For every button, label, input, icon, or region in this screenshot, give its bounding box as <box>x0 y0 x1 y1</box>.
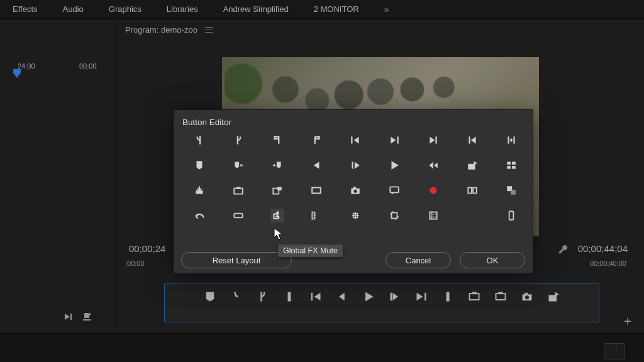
mark-in-icon[interactable] <box>192 133 206 147</box>
playhead-out-icon[interactable] <box>441 290 454 303</box>
svg-rect-15 <box>397 136 399 143</box>
filmstrip-icon[interactable] <box>426 209 440 222</box>
prev-edit-icon[interactable] <box>348 133 362 147</box>
step-fwd-icon[interactable] <box>389 290 401 303</box>
next-edit-icon[interactable] <box>387 133 401 147</box>
svg-rect-46 <box>509 211 514 220</box>
step-fwd-icon[interactable] <box>348 158 362 172</box>
jump-marker-icon[interactable] <box>231 158 245 172</box>
phone-icon[interactable] <box>504 209 518 222</box>
insert-icon[interactable] <box>426 133 440 147</box>
svg-rect-25 <box>507 166 511 169</box>
svg-rect-44 <box>392 213 397 219</box>
tab-custom-1[interactable]: Andrew Simplified <box>211 0 301 19</box>
step-back-icon[interactable] <box>309 158 323 172</box>
svg-point-11 <box>525 295 529 299</box>
svg-rect-35 <box>353 187 357 189</box>
record-icon[interactable] <box>426 184 440 197</box>
timecode-total: 00;00;44;04 <box>578 243 628 254</box>
export-frame-icon[interactable] <box>465 158 479 172</box>
svg-point-37 <box>430 187 436 194</box>
svg-rect-2 <box>311 293 313 301</box>
svg-rect-36 <box>390 187 399 192</box>
mark-out-icon[interactable] <box>231 133 245 147</box>
timecode-current[interactable]: 00;00;24 <box>129 243 165 254</box>
tab-overflow-icon[interactable]: » <box>372 0 397 19</box>
step-back-icon[interactable] <box>336 290 348 303</box>
crop-icon[interactable] <box>387 209 401 222</box>
svg-rect-8 <box>496 293 506 300</box>
svg-rect-41 <box>511 190 516 195</box>
comment-icon[interactable] <box>387 184 401 197</box>
tab-custom-2[interactable]: 2 MONITOR <box>301 0 372 19</box>
svg-rect-31 <box>277 187 282 190</box>
safe-margins-a-icon[interactable] <box>468 290 480 303</box>
play-icon[interactable] <box>362 290 375 303</box>
camera-icon[interactable] <box>348 184 362 197</box>
safe-margins-icon[interactable] <box>231 184 245 197</box>
extract-icon[interactable] <box>504 133 518 147</box>
tab-graphics[interactable]: Graphics <box>96 0 154 19</box>
panel-menu-icon[interactable] <box>205 27 213 33</box>
shuttle-icon[interactable] <box>426 158 440 172</box>
svg-rect-7 <box>472 292 477 295</box>
svg-rect-4 <box>425 293 426 301</box>
playhead-icon[interactable] <box>283 290 296 303</box>
grid-icon[interactable] <box>348 209 362 222</box>
export-frame-icon[interactable] <box>547 290 560 303</box>
multicam-icon[interactable] <box>504 158 518 172</box>
ruler-icon[interactable] <box>309 209 323 222</box>
tab-libraries[interactable]: Libraries <box>154 0 211 19</box>
mark-out-icon[interactable] <box>257 290 269 303</box>
tooltip: Global FX Mute <box>278 244 343 257</box>
camera-icon[interactable] <box>521 290 533 303</box>
safe-margins-b-icon[interactable] <box>494 290 507 303</box>
reset-layout-button[interactable]: Reset Layout <box>181 252 292 268</box>
svg-rect-29 <box>236 187 241 189</box>
svg-rect-1 <box>288 292 291 302</box>
inbox-icon[interactable] <box>192 184 206 197</box>
svg-rect-14 <box>351 136 352 143</box>
prev-edit-icon[interactable] <box>309 290 322 303</box>
toggle-proxy-icon[interactable] <box>270 184 284 197</box>
go-to-in-icon[interactable] <box>270 133 284 147</box>
svg-rect-18 <box>508 136 509 143</box>
play-chevron-icon[interactable] <box>63 312 73 324</box>
button-grid <box>174 129 533 222</box>
svg-rect-28 <box>234 189 243 194</box>
mark-in-icon[interactable] <box>230 290 243 303</box>
next-edit-icon[interactable] <box>415 290 428 303</box>
svg-rect-12 <box>525 293 528 295</box>
svg-rect-9 <box>498 292 503 295</box>
svg-rect-16 <box>435 136 436 143</box>
ok-button[interactable]: OK <box>460 252 525 268</box>
frame-icon[interactable] <box>309 184 323 197</box>
transport-bar[interactable] <box>164 283 599 322</box>
bottom-thumbnail[interactable] <box>604 343 625 359</box>
spacer <box>465 209 479 222</box>
tab-audio[interactable]: Audio <box>50 0 96 19</box>
cancel-button[interactable]: Cancel <box>386 252 451 268</box>
play-icon[interactable] <box>387 158 401 172</box>
go-to-out-icon[interactable] <box>309 133 323 147</box>
program-title: Program: demo-zoo <box>125 25 197 35</box>
marker-icon[interactable] <box>192 158 206 172</box>
svg-rect-39 <box>473 188 477 194</box>
export-icon[interactable] <box>82 312 92 324</box>
jump-prev-marker-icon[interactable] <box>270 158 284 172</box>
tab-effects[interactable]: Effects <box>0 0 50 19</box>
add-button[interactable]: ＋ <box>621 312 634 329</box>
swap-icon[interactable] <box>504 184 518 197</box>
workspace-tabs: Effects Audio Graphics Libraries Andrew … <box>0 0 644 19</box>
fx-mute-icon[interactable] <box>270 209 284 222</box>
marker-icon[interactable] <box>204 290 216 303</box>
playhead-icon[interactable] <box>13 69 21 79</box>
svg-rect-21 <box>433 162 433 168</box>
undo-icon[interactable] <box>192 209 206 222</box>
vr-icon[interactable] <box>231 209 245 222</box>
mini-ruler-end: 00;00;40;00 <box>590 260 626 267</box>
svg-rect-6 <box>470 293 479 300</box>
lift-icon[interactable] <box>465 133 479 147</box>
svg-rect-45 <box>430 212 436 219</box>
comparison-view-icon[interactable] <box>465 184 479 197</box>
